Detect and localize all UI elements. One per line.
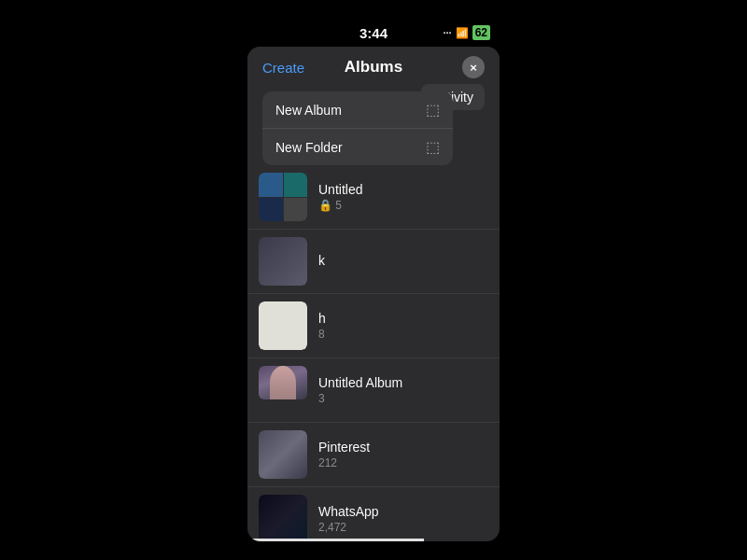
modal-title: Albums bbox=[345, 58, 402, 77]
albums-list: Untitled 🔒 5 k h bbox=[247, 165, 500, 541]
album-count: 2,472 bbox=[318, 521, 488, 534]
new-folder-icon: ⬚ bbox=[426, 138, 440, 156]
album-count: 3 bbox=[318, 392, 488, 405]
album-info: k bbox=[318, 253, 488, 270]
album-item[interactable]: Untitled Album 3 bbox=[247, 358, 500, 423]
album-thumbnail bbox=[259, 430, 307, 479]
album-item[interactable]: k bbox=[247, 230, 500, 294]
signal-dots: ··· bbox=[443, 27, 451, 38]
album-name: h bbox=[318, 311, 488, 326]
time: 3:44 bbox=[359, 25, 388, 41]
create-button[interactable]: Create bbox=[262, 60, 304, 76]
album-info: h 8 bbox=[318, 311, 488, 341]
album-item[interactable]: WhatsApp 2,472 bbox=[247, 487, 500, 541]
albums-modal: Create Albums × New Album ⬚ New Folder ⬚… bbox=[247, 47, 500, 541]
album-info: WhatsApp 2,472 bbox=[318, 504, 488, 534]
album-info: Pinterest 212 bbox=[318, 440, 488, 469]
album-info: Untitled 🔒 5 bbox=[318, 182, 488, 212]
scroll-indicator bbox=[247, 539, 500, 541]
album-info: Untitled Album 3 bbox=[318, 375, 488, 405]
battery-indicator: 62 bbox=[472, 25, 490, 40]
new-folder-item[interactable]: New Folder ⬚ bbox=[262, 129, 453, 165]
album-name: Untitled bbox=[318, 182, 488, 197]
album-name: k bbox=[318, 253, 488, 268]
album-item[interactable]: Pinterest 212 bbox=[247, 423, 500, 487]
new-folder-label: New Folder bbox=[275, 140, 343, 155]
close-button[interactable]: × bbox=[462, 56, 485, 78]
album-item[interactable]: h 8 bbox=[247, 294, 500, 358]
album-count: 212 bbox=[318, 456, 488, 469]
modal-header: Create Albums × New Album ⬚ New Folder ⬚… bbox=[247, 47, 500, 77]
album-thumbnail bbox=[259, 366, 307, 414]
album-thumbnail bbox=[259, 173, 307, 221]
album-thumbnail bbox=[259, 237, 307, 286]
new-album-icon: ⬚ bbox=[426, 101, 440, 119]
title-row: Create Albums × bbox=[262, 58, 485, 77]
album-name: WhatsApp bbox=[318, 504, 488, 519]
album-name: Pinterest bbox=[318, 440, 488, 455]
album-count: 8 bbox=[318, 328, 488, 341]
album-thumbnail bbox=[259, 495, 307, 541]
status-bar: 3:44 ··· 📶 62 bbox=[247, 19, 500, 47]
album-count: 🔒 5 bbox=[318, 199, 488, 212]
create-dropdown: New Album ⬚ New Folder ⬚ bbox=[262, 91, 453, 165]
album-item[interactable]: Untitled 🔒 5 bbox=[247, 165, 500, 230]
album-name: Untitled Album bbox=[318, 375, 488, 390]
wifi-icon: 📶 bbox=[456, 27, 469, 39]
new-album-label: New Album bbox=[275, 103, 342, 118]
new-album-item[interactable]: New Album ⬚ bbox=[262, 91, 453, 129]
album-thumbnail bbox=[259, 301, 307, 350]
